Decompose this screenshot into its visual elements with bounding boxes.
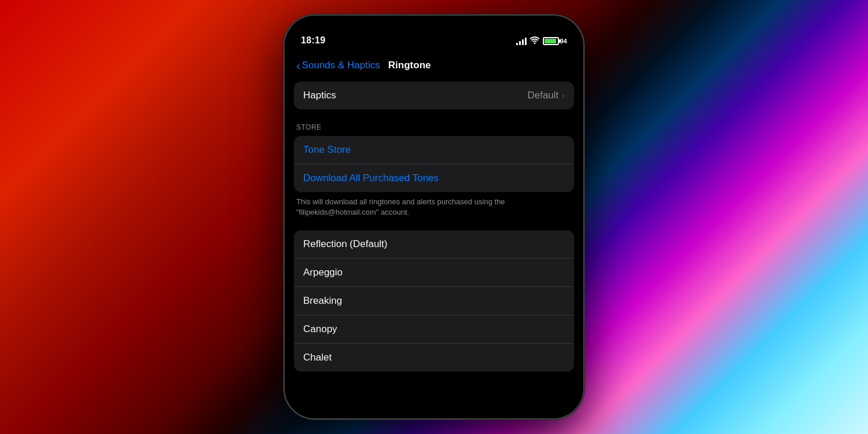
ringtone-name: Breaking	[303, 295, 342, 307]
ringtone-list: Reflection (Default) Arpeggio Breaking C…	[294, 230, 574, 372]
haptics-value-container: Default ›	[527, 90, 565, 101]
status-time: 18:19	[301, 35, 325, 46]
battery-indicator: 94	[543, 37, 567, 45]
status-icons: 94	[516, 36, 567, 46]
store-section: STORE Tone Store Download All Purchased …	[294, 123, 574, 227]
ringtone-name: Canopy	[303, 323, 337, 335]
ringtone-name: Arpeggio	[303, 267, 343, 278]
ringtone-name: Chalet	[303, 352, 332, 363]
page-title: Ringtone	[388, 60, 431, 71]
download-tones-label: Download All Purchased Tones	[303, 172, 439, 184]
haptics-value: Default	[527, 90, 558, 101]
store-section-header: STORE	[294, 123, 574, 136]
back-label: Sounds & Haptics	[302, 60, 380, 71]
scroll-content: Haptics Default › STORE Tone Store	[285, 77, 583, 399]
wifi-icon	[530, 36, 539, 46]
download-tones-row[interactable]: Download All Purchased Tones	[294, 164, 574, 192]
battery-icon	[543, 37, 559, 45]
screen-content: ‹ Sounds & Haptics Ringtone Haptics Defa…	[285, 50, 583, 418]
battery-percent: 94	[560, 38, 567, 45]
store-group: Tone Store Download All Purchased Tones	[294, 136, 574, 192]
tone-store-label: Tone Store	[303, 144, 351, 156]
haptics-label: Haptics	[303, 90, 336, 101]
list-item[interactable]: Arpeggio	[294, 259, 574, 287]
ringtone-name: Reflection (Default)	[303, 238, 388, 250]
list-item[interactable]: Breaking	[294, 287, 574, 315]
back-chevron-icon: ‹	[296, 60, 300, 71]
list-item[interactable]: Canopy	[294, 315, 574, 344]
haptics-row[interactable]: Haptics Default ›	[294, 82, 574, 109]
signal-icon	[516, 37, 527, 45]
haptics-chevron-icon: ›	[562, 91, 565, 100]
list-item[interactable]: Chalet	[294, 344, 574, 372]
store-footnote: This will download all ringtones and ale…	[294, 192, 574, 227]
battery-fill	[545, 39, 556, 43]
back-button[interactable]: ‹ Sounds & Haptics	[296, 60, 380, 71]
nav-header: ‹ Sounds & Haptics Ringtone	[285, 50, 583, 77]
phone-wrapper: 18:19 94	[284, 14, 584, 420]
phone-body: 18:19 94	[284, 14, 584, 420]
haptics-group: Haptics Default ›	[294, 82, 574, 109]
dynamic-island	[399, 23, 469, 42]
list-item[interactable]: Reflection (Default)	[294, 230, 574, 259]
tone-store-row[interactable]: Tone Store	[294, 136, 574, 164]
haptics-section: Haptics Default ›	[294, 82, 574, 109]
